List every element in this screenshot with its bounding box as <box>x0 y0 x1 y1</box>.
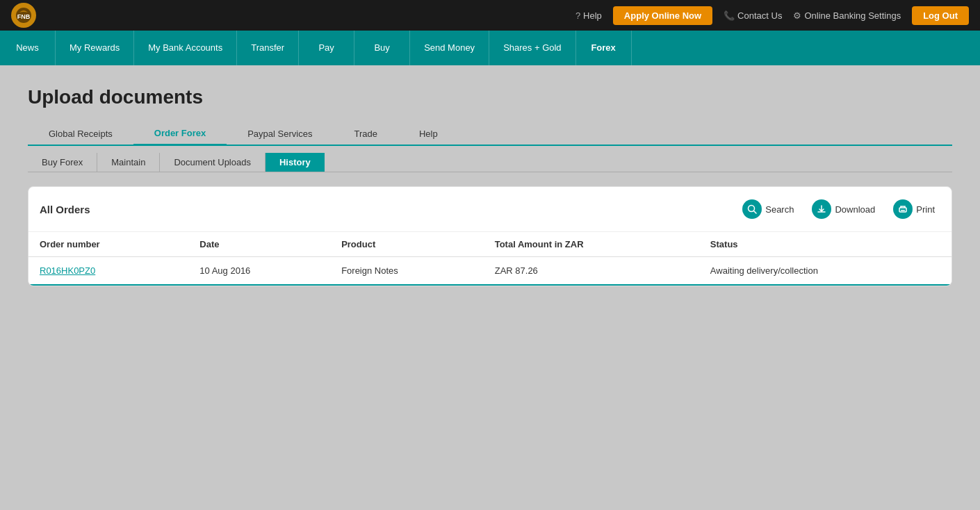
order-date-cell: 10 Aug 2016 <box>188 257 330 286</box>
col-order-number: Order number <box>28 232 188 257</box>
help-icon: ? <box>575 10 580 21</box>
logo-area: FNB <box>11 3 36 28</box>
order-product-cell: Foreign Notes <box>330 257 484 286</box>
nav-item-pay[interactable]: Pay <box>299 31 354 65</box>
orders-actions: Search Download <box>737 197 940 222</box>
download-label: Download <box>835 204 875 215</box>
table-row: R016HK0PZ0 10 Aug 2016 Foreign Notes ZAR… <box>28 257 952 286</box>
orders-table: Order number Date Product Total Amount i… <box>28 232 952 286</box>
table-header-row: Order number Date Product Total Amount i… <box>28 232 952 257</box>
settings-label: Online Banking Settings <box>804 10 901 21</box>
tab-maintain[interactable]: Maintain <box>97 153 159 172</box>
nav-item-my-rewards[interactable]: My Rewards <box>56 31 134 65</box>
orders-header: All Orders Search <box>28 187 952 232</box>
search-label: Search <box>765 204 794 215</box>
phone-icon: 📞 <box>724 10 735 21</box>
nav-item-transfer[interactable]: Transfer <box>237 31 299 65</box>
col-date: Date <box>188 232 330 257</box>
nav-item-buy[interactable]: Buy <box>354 31 410 65</box>
order-number-cell: R016HK0PZ0 <box>28 257 188 286</box>
sub-nav: Global Receipts Order Forex Paypal Servi… <box>28 122 952 146</box>
col-product: Product <box>330 232 484 257</box>
tab-buy-forex[interactable]: Buy Forex <box>28 153 97 172</box>
col-total-amount: Total Amount in ZAR <box>484 232 699 257</box>
col-status: Status <box>699 232 952 257</box>
contact-label: Contact Us <box>737 10 782 21</box>
orders-title: All Orders <box>40 204 737 215</box>
main-content: Upload documents Global Receipts Order F… <box>0 65 980 510</box>
svg-line-4 <box>754 211 757 214</box>
order-number-link[interactable]: R016HK0PZ0 <box>40 265 95 276</box>
top-bar-right: ? Help Apply Online Now 📞 Contact Us ⚙ O… <box>575 6 969 25</box>
subnav-global-receipts[interactable]: Global Receipts <box>28 123 133 145</box>
tab-document-uploads[interactable]: Document Uploads <box>159 153 265 172</box>
section-tabs: Buy Forex Maintain Document Uploads Hist… <box>28 146 952 172</box>
top-bar: FNB ? Help Apply Online Now 📞 Contact Us… <box>0 0 980 31</box>
tab-history[interactable]: History <box>265 153 325 172</box>
download-icon <box>812 199 831 219</box>
settings-link[interactable]: ⚙ Online Banking Settings <box>793 10 901 21</box>
nav-item-forex[interactable]: Forex <box>576 31 632 65</box>
svg-rect-6 <box>901 210 905 211</box>
order-status-cell: Awaiting delivery/collection <box>699 257 952 286</box>
print-button[interactable]: Print <box>888 197 940 222</box>
search-button[interactable]: Search <box>737 197 799 222</box>
print-icon <box>893 199 913 219</box>
orders-panel: All Orders Search <box>28 186 952 286</box>
nav-item-send-money[interactable]: Send Money <box>410 31 489 65</box>
help-link[interactable]: ? Help <box>575 10 602 21</box>
search-icon <box>742 199 762 219</box>
download-button[interactable]: Download <box>806 197 881 222</box>
subnav-help[interactable]: Help <box>398 123 459 145</box>
subnav-paypal-services[interactable]: Paypal Services <box>227 123 333 145</box>
nav-item-news[interactable]: News <box>0 31 56 65</box>
gear-icon: ⚙ <box>793 10 801 21</box>
nav-item-my-bank-accounts[interactable]: My Bank Accounts <box>134 31 237 65</box>
logout-button[interactable]: Log Out <box>912 6 969 25</box>
subnav-trade[interactable]: Trade <box>333 123 398 145</box>
print-label: Print <box>916 204 935 215</box>
help-label: Help <box>583 10 602 21</box>
subnav-order-forex[interactable]: Order Forex <box>133 122 227 146</box>
nav-item-shares-gold[interactable]: Shares + Gold <box>489 31 575 65</box>
fnb-logo: FNB <box>11 3 36 28</box>
apply-online-button[interactable]: Apply Online Now <box>613 6 712 25</box>
svg-text:FNB: FNB <box>17 13 31 20</box>
main-nav: News My Rewards My Bank Accounts Transfe… <box>0 31 980 65</box>
page-title: Upload documents <box>28 86 952 108</box>
contact-us-link[interactable]: 📞 Contact Us <box>724 10 782 21</box>
order-amount-cell: ZAR 87.26 <box>484 257 699 286</box>
